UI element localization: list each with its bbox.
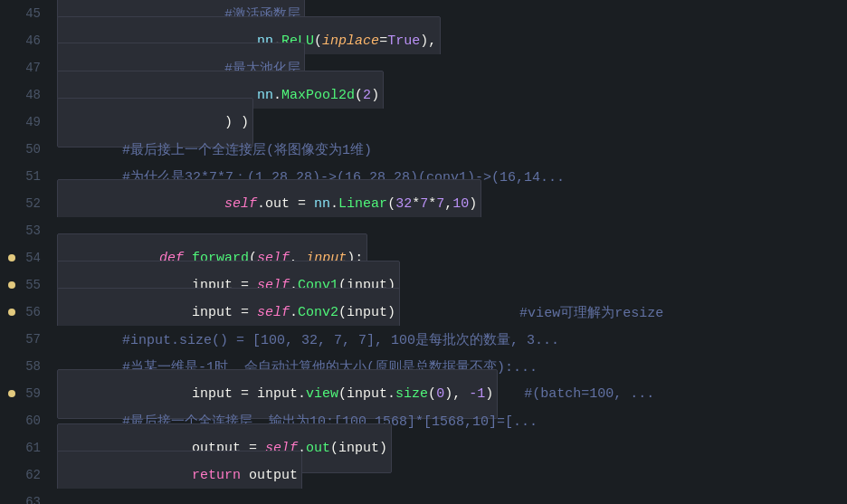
gutter-60: 60 [0,414,50,428]
code-editor: 45 #激活函数层 46 nn.ReLU(inplace=True), 47 [0,0,847,504]
line-content-52: self.out = nn.Linear(32*7*7,10) [50,190,847,217]
gutter-54: 54 [0,251,50,265]
gutter-56: 56 [0,305,50,319]
line-content-62: return output [50,461,847,489]
gutter-51: 51 [0,169,50,184]
code-line-62: 62 return output [0,461,847,489]
code-line-56: 56 input = self.Conv2(input) #view可理解为re… [0,299,847,326]
line-content-59: input = input.view(input.size(0), -1) #(… [50,380,847,407]
gutter-46: 46 [0,33,50,48]
gutter-61: 61 [0,441,50,455]
code-line-63: 63 [0,489,847,504]
line-content-57: #input.size() = [100, 32, 7, 7], 100是每批次… [50,326,847,353]
code-line-49: 49 ) ) [0,109,847,136]
line-content-49: ) ) [50,109,847,136]
line-content-50: #最后接上一个全连接层(将图像变为1维) [50,136,847,163]
gutter-47: 47 [0,61,50,75]
gutter-62: 62 [0,468,50,482]
gutter-58: 58 [0,359,50,374]
gutter-45: 45 [0,6,50,21]
gutter-59: 59 [0,386,50,401]
code-line-50: 50 #最后接上一个全连接层(将图像变为1维) [0,136,847,163]
gutter-53: 53 [0,223,50,238]
gutter-63: 63 [0,495,50,504]
code-line-52: 52 self.out = nn.Linear(32*7*7,10) [0,190,847,217]
gutter-52: 52 [0,196,50,211]
gutter-55: 55 [0,278,50,292]
gutter-57: 57 [0,332,50,347]
line-content-56: input = self.Conv2(input) #view可理解为resiz… [50,299,847,326]
gutter-49: 49 [0,115,50,129]
line-content-63 [50,489,847,504]
gutter-50: 50 [0,142,50,157]
gutter-48: 48 [0,88,50,102]
code-line-57: 57 #input.size() = [100, 32, 7, 7], 100是… [0,326,847,353]
code-line-59: 59 input = input.view(input.size(0), -1)… [0,380,847,407]
